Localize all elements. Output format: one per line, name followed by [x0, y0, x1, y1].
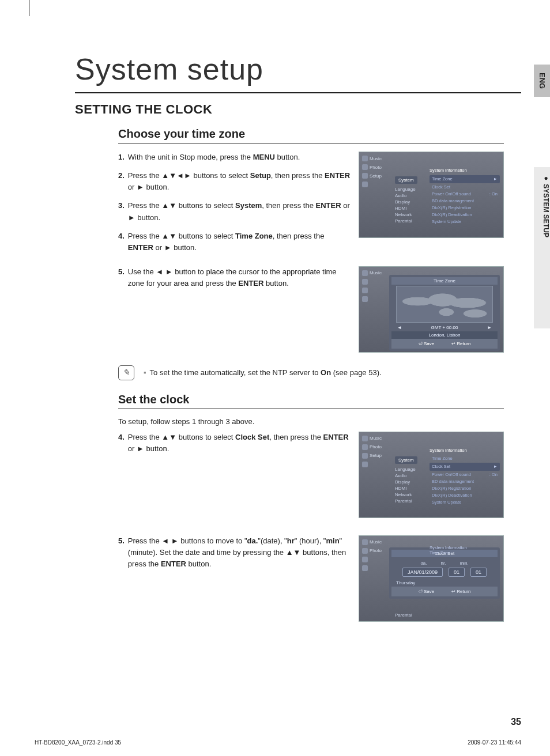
menu-screenshot-map: Music Time Zone ◄GMT + 00:00► London, Li…: [359, 266, 504, 353]
return-icon: ↩: [451, 589, 455, 594]
subheading-clock: Set the clock: [118, 393, 504, 409]
section-heading: SETTING THE CLOCK: [75, 102, 521, 117]
world-map: [396, 286, 493, 323]
setup-icon: [362, 173, 368, 179]
section-tab: ● SYSTEM SETUP: [534, 167, 550, 328]
return-icon: ↩: [451, 341, 455, 346]
photo-icon: [362, 444, 368, 450]
menu-screenshot-timezone: Music Photo Setup System Language Audio …: [359, 152, 504, 238]
note: ✎ ▪To set the time automatically, set th…: [118, 365, 521, 380]
circle-icon: [362, 296, 368, 302]
subheading-timezone: Choose your time zone: [118, 127, 504, 143]
music-icon: [362, 539, 368, 545]
photo-icon: [362, 279, 368, 285]
chevron-right-icon: ►: [487, 325, 492, 330]
menu-screenshot-clockset-list: Music Photo Setup System Language Audio …: [359, 432, 504, 518]
chevron-left-icon: ◄: [397, 325, 402, 330]
setup-icon: [362, 288, 368, 293]
circle-icon: [362, 462, 368, 467]
circle-icon: [362, 565, 368, 571]
save-icon: ⏎: [419, 589, 423, 594]
page-title: System setup: [75, 52, 521, 86]
save-icon: ⏎: [419, 341, 423, 346]
footer: HT-BD8200_XAA_0723-2.indd 35 2009-07-23 …: [35, 739, 521, 746]
page-number: 35: [511, 717, 521, 727]
setup-icon: [362, 557, 368, 562]
music-icon: [362, 436, 368, 441]
photo-icon: [362, 548, 368, 554]
music-icon: [362, 270, 368, 276]
intro-line: To setup, follow steps 1 through 3 above…: [118, 417, 504, 426]
circle-icon: [362, 182, 368, 187]
photo-icon: [362, 164, 368, 170]
menu-screenshot-clockset: Music Photo System Information Time Zone…: [359, 535, 504, 622]
setup-icon: [362, 453, 368, 459]
steps-timezone: 1.With the unit in Stop mode, press the …: [118, 152, 352, 260]
language-tab: ENG: [534, 65, 550, 97]
music-icon: [362, 156, 368, 161]
note-icon: ✎: [118, 365, 134, 380]
